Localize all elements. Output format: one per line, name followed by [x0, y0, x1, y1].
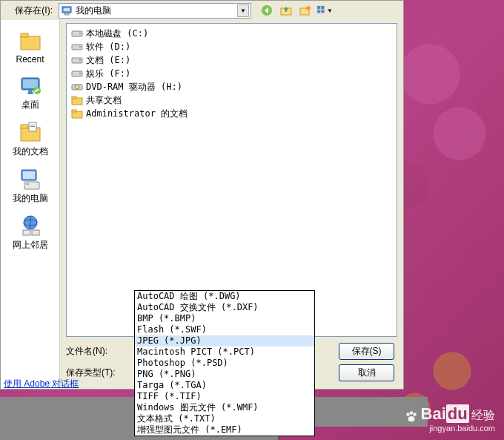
- sidebar-item-desktop[interactable]: 桌面: [4, 70, 56, 114]
- filetype-option[interactable]: Flash (*.SWF): [135, 324, 314, 335]
- folder-icon: [71, 108, 83, 119]
- folder-icon: [71, 94, 83, 106]
- svg-rect-43: [72, 110, 76, 112]
- svg-point-30: [79, 33, 81, 34]
- drive-item[interactable]: 娱乐 (F:): [70, 67, 394, 80]
- sidebar-item-network[interactable]: 网上邻居: [4, 211, 56, 255]
- save-in-label: 保存在(I):: [4, 4, 56, 17]
- filetype-option[interactable]: Windows 图元文件 (*.WMF): [135, 402, 314, 413]
- svg-point-45: [410, 411, 414, 415]
- filetype-option[interactable]: 增强型图元文件 (*.EMF): [135, 424, 314, 436]
- folder-item[interactable]: Administrator 的文档: [70, 107, 394, 120]
- svg-rect-22: [23, 171, 35, 179]
- filetype-option[interactable]: Photoshop (*.PSD): [135, 358, 314, 369]
- svg-rect-35: [72, 71, 82, 76]
- filetype-option[interactable]: Macintosh PICT (*.PCT): [135, 347, 314, 358]
- svg-point-47: [408, 416, 415, 421]
- svg-point-39: [76, 86, 78, 88]
- svg-rect-2: [64, 13, 69, 15]
- watermark-url: jingyan.baidu.com: [405, 424, 495, 433]
- drive-icon: [71, 54, 83, 66]
- location-text: 我的电脑: [76, 4, 234, 17]
- places-sidebar: Recent 桌面 我的文档 我的电脑 网上邻居: [1, 20, 60, 389]
- svg-point-46: [413, 413, 417, 416]
- filetype-option[interactable]: BMP (*.BMP): [135, 313, 314, 324]
- svg-rect-9: [317, 10, 320, 13]
- filetype-dropdown-list[interactable]: AutoCAD 绘图 (*.DWG)AutoCAD 交换文件 (*.DXF)BM…: [134, 290, 315, 436]
- folder-item[interactable]: 共享文档: [70, 93, 394, 107]
- recent-folder-icon: [19, 29, 42, 53]
- svg-point-6: [306, 6, 311, 10]
- filetype-option[interactable]: AutoCAD 绘图 (*.DWG): [135, 291, 314, 302]
- drive-item[interactable]: 本地磁盘 (C:): [70, 27, 394, 40]
- svg-point-32: [79, 46, 81, 47]
- drive-icon: [71, 68, 83, 79]
- drive-item[interactable]: 文档 (E:): [70, 53, 394, 67]
- svg-rect-11: [21, 36, 40, 50]
- watermark: Baidu 经验 jingyan.baidu.com: [405, 404, 495, 433]
- svg-rect-19: [30, 125, 35, 125]
- toolbar-icons: ▼: [259, 2, 333, 19]
- svg-point-36: [79, 73, 81, 74]
- sidebar-item-recent[interactable]: Recent: [4, 26, 56, 68]
- svg-rect-41: [72, 96, 76, 99]
- back-button[interactable]: [259, 2, 275, 19]
- dvd-item[interactable]: DVD-RAM 驱动器 (H:): [70, 80, 394, 93]
- chevron-down-icon[interactable]: ▼: [237, 4, 249, 17]
- desktop-icon: [19, 73, 42, 97]
- svg-rect-31: [72, 45, 82, 50]
- adobe-dialog-link[interactable]: 使用 Adobe 对话框: [4, 378, 79, 390]
- svg-rect-17: [21, 125, 28, 128]
- svg-rect-10: [321, 10, 324, 13]
- paw-icon: [405, 410, 418, 424]
- svg-rect-12: [21, 33, 28, 37]
- filename-label: 文件名(N):: [66, 345, 133, 358]
- sidebar-item-computer[interactable]: 我的电脑: [4, 164, 56, 208]
- watermark-brand: Baidu: [421, 404, 469, 423]
- dvd-icon: [71, 81, 83, 93]
- svg-rect-24: [26, 183, 29, 185]
- svg-rect-20: [30, 126, 35, 127]
- location-dropdown[interactable]: 我的电脑 ▼: [59, 3, 251, 19]
- svg-rect-28: [32, 230, 39, 235]
- filetype-option[interactable]: Targa (*.TGA): [135, 380, 314, 391]
- svg-rect-23: [24, 182, 39, 189]
- save-button[interactable]: 保存(S): [339, 343, 394, 360]
- new-folder-icon: [299, 4, 311, 16]
- svg-point-44: [406, 413, 410, 416]
- up-button[interactable]: [278, 2, 294, 19]
- filetype-option[interactable]: PNG (*.PNG): [135, 369, 314, 380]
- svg-rect-14: [23, 79, 38, 88]
- filetype-option[interactable]: JPEG (*.JPG): [135, 335, 314, 347]
- svg-rect-29: [72, 31, 82, 36]
- documents-icon: [19, 120, 42, 144]
- cancel-button[interactable]: 取消: [339, 364, 394, 381]
- back-icon: [261, 4, 273, 16]
- svg-rect-27: [23, 230, 30, 235]
- dialog-toolbar: 保存在(I): 我的电脑 ▼ ▼: [1, 1, 403, 20]
- view-icon: [316, 4, 327, 16]
- computer-icon: [61, 4, 73, 16]
- folder-up-icon: [280, 4, 292, 16]
- view-menu-button[interactable]: ▼: [316, 2, 333, 19]
- drive-item[interactable]: 软件 (D:): [70, 40, 394, 53]
- network-icon: [19, 214, 42, 237]
- svg-rect-7: [317, 6, 320, 9]
- drive-icon: [71, 41, 83, 53]
- drive-icon: [71, 27, 83, 39]
- filetype-option[interactable]: AutoCAD 交换文件 (*.DXF): [135, 302, 314, 313]
- computer-icon: [19, 167, 42, 191]
- svg-rect-1: [64, 8, 70, 11]
- svg-point-34: [79, 59, 81, 61]
- svg-rect-33: [72, 58, 82, 63]
- filetype-option[interactable]: TIFF (*.TIF): [135, 391, 314, 402]
- filetype-option[interactable]: 文本格式 (*.TXT): [135, 413, 314, 424]
- sidebar-item-documents[interactable]: 我的文档: [4, 117, 56, 161]
- svg-rect-8: [321, 6, 324, 9]
- new-folder-button[interactable]: [297, 2, 314, 19]
